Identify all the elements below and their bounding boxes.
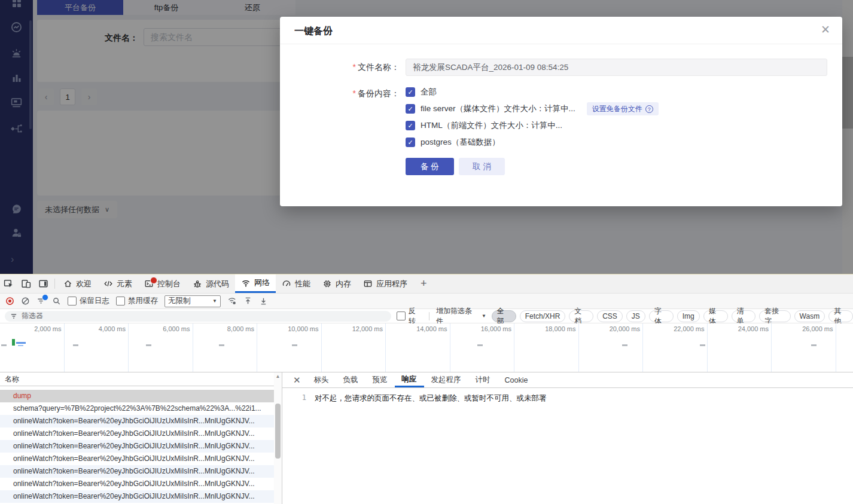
dock-side-icon[interactable] xyxy=(35,274,52,293)
filter-chip[interactable]: Fetch/XHR xyxy=(520,310,566,322)
filter-chip[interactable]: 套接字 xyxy=(759,310,790,322)
throttling-select[interactable]: 无限制 ▼ xyxy=(164,295,221,307)
filter-chip[interactable]: 媒体 xyxy=(703,310,728,322)
funnel-icon xyxy=(10,313,17,320)
checkbox-checked[interactable]: ✓ xyxy=(406,138,415,147)
timeline-cell: 18,000 ms xyxy=(514,323,579,372)
invert-checkbox[interactable] xyxy=(397,311,406,320)
close-icon[interactable]: ✕ xyxy=(287,372,307,387)
request-row[interactable]: onlineWatch?token=Bearer%20eyJhbGciOiJIU… xyxy=(0,490,274,503)
filter-chip[interactable]: 其他 xyxy=(828,310,853,322)
inspect-element-icon[interactable] xyxy=(0,274,17,293)
timeline-cell: 24,000 ms xyxy=(708,323,772,372)
filter-chip[interactable]: Wasm xyxy=(794,310,825,322)
timeline-tick-label: 24,000 ms xyxy=(738,325,769,332)
search-icon[interactable] xyxy=(52,297,61,306)
network-conditions-icon[interactable] xyxy=(227,297,237,306)
file-name-input[interactable]: 裕龙发展SCADA平台_2026-01-09 08:54:25 xyxy=(406,59,827,76)
request-row[interactable]: dump xyxy=(0,390,274,402)
dialog-divider xyxy=(280,44,842,44)
devtools-tab-sources[interactable]: 源代码 xyxy=(187,274,235,293)
device-toolbar-icon[interactable] xyxy=(17,274,35,293)
checkbox-checked[interactable]: ✓ xyxy=(406,121,415,130)
timeline-tick-label: 10,000 ms xyxy=(288,325,318,332)
filter-icon[interactable] xyxy=(36,297,45,306)
details-tab[interactable]: 预览 xyxy=(365,372,395,387)
request-row[interactable]: onlineWatch?token=Bearer%20eyJhbGciOiJIU… xyxy=(0,478,274,490)
record-icon[interactable] xyxy=(5,297,14,306)
devtools-tab-application[interactable]: 应用程序 xyxy=(357,274,413,293)
one-click-backup-dialog: 一键备份 ✕ *文件名称： 裕龙发展SCADA平台_2026-01-09 08:… xyxy=(280,17,842,206)
filter-divider xyxy=(429,312,429,320)
timeline-overview[interactable]: 2,000 ms4,000 ms6,000 ms8,000 ms10,000 m… xyxy=(0,323,853,372)
preserve-log-option[interactable]: 保留日志 xyxy=(68,296,109,306)
tab-label: 元素 xyxy=(117,279,132,289)
close-icon[interactable]: ✕ xyxy=(821,24,830,36)
code-icon xyxy=(103,279,113,288)
devtools-tab-performance[interactable]: 性能 xyxy=(276,274,316,293)
filter-chip[interactable]: 全部 xyxy=(492,310,516,322)
request-row[interactable]: onlineWatch?token=Bearer%20eyJhbGciOiJIU… xyxy=(0,415,274,427)
filter-chip[interactable]: JS xyxy=(626,310,645,322)
scrollbar-thumb[interactable] xyxy=(275,404,281,459)
request-row[interactable]: onlineWatch?token=Bearer%20eyJhbGciOiJIU… xyxy=(0,453,274,465)
details-tab[interactable]: 发起程序 xyxy=(424,372,468,387)
filter-chip[interactable]: 清单 xyxy=(732,310,756,322)
backup-button[interactable]: 备 份 xyxy=(406,158,454,175)
devtools-tab-elements[interactable]: 元素 xyxy=(98,274,138,293)
devtools-tab-welcome[interactable]: 欢迎 xyxy=(57,274,98,293)
request-row[interactable]: onlineWatch?token=Bearer%20eyJhbGciOiJIU… xyxy=(0,465,274,478)
cancel-button[interactable]: 取 消 xyxy=(459,158,505,175)
devtools-tab-network[interactable]: 网络 xyxy=(235,274,276,293)
request-row[interactable]: schema?query=%7B%22project%22%3A%7B%22sc… xyxy=(0,402,274,415)
preserve-log-checkbox[interactable] xyxy=(68,297,77,306)
option-postgres: ✓ postgres（基础数据） xyxy=(406,134,659,151)
details-tab[interactable]: Cookie xyxy=(498,372,535,387)
set-exempt-files-button[interactable]: 设置免备份文件 ? xyxy=(587,102,659,115)
disable-cache-option[interactable]: 禁用缓存 xyxy=(116,296,158,306)
help-icon[interactable]: ? xyxy=(645,105,653,113)
checkbox-checked[interactable]: ✓ xyxy=(406,104,415,114)
filter-chip[interactable]: Img xyxy=(677,310,700,322)
wifi-icon xyxy=(241,279,251,288)
filter-chip[interactable]: 字体 xyxy=(649,310,674,322)
disable-cache-checkbox[interactable] xyxy=(116,297,125,306)
filter-chip[interactable]: 文档 xyxy=(569,310,593,322)
request-row[interactable]: onlineWatch?token=Bearer%20eyJhbGciOiJIU… xyxy=(0,427,274,440)
scroll-up-icon[interactable]: ▲ xyxy=(274,374,282,379)
details-tab[interactable]: 计时 xyxy=(468,372,498,387)
preserve-log-label: 保留日志 xyxy=(80,296,109,306)
chevron-down-icon: ▼ xyxy=(212,298,217,304)
tab-label: 控制台 xyxy=(157,279,181,289)
timeline-tick-label: 2,000 ms xyxy=(34,325,61,332)
tab-label: 源代码 xyxy=(206,279,229,289)
filter-chip[interactable]: CSS xyxy=(597,310,623,322)
request-row[interactable]: onlineWatch?token=Bearer%20eyJhbGciOiJIU… xyxy=(0,440,274,453)
chip-icon xyxy=(322,279,332,288)
request-list: 名称 dumpschema?query=%7B%22project%22%3A%… xyxy=(0,372,274,504)
response-text: 对不起，您请求的页面不存在、或已被删除、或暂时不可用、或未部署 xyxy=(315,393,547,404)
type-filter-chips: 全部Fetch/XHR文档CSSJS字体Img媒体清单套接字Wasm其他 xyxy=(492,310,853,322)
timeline-cell: 26,000 ms xyxy=(772,323,836,372)
request-list-header[interactable]: 名称 xyxy=(0,372,274,386)
details-tab[interactable]: 负载 xyxy=(336,372,365,387)
toolbar-divider xyxy=(54,279,55,289)
disable-cache-label: 禁用缓存 xyxy=(128,296,158,306)
devtools-tab-console[interactable]: 控制台 xyxy=(138,274,187,293)
clear-icon[interactable] xyxy=(21,297,30,306)
option-html: ✓ HTML（前端文件）文件大小：计算中... xyxy=(406,117,659,134)
option-file-server: ✓ file server（媒体文件）文件大小：计算中... 设置免备份文件 ? xyxy=(406,100,659,117)
details-tab[interactable]: 响应 xyxy=(395,372,424,387)
devtools-tab-memory[interactable]: 内存 xyxy=(316,274,357,293)
export-har-icon[interactable] xyxy=(259,297,268,306)
timeline-cell: 12,000 ms xyxy=(322,323,386,372)
devtools-tabbar: 欢迎 元素 控制台 源代码 网络 性能 内存 xyxy=(0,274,853,294)
bug-icon xyxy=(193,279,202,288)
checkbox-checked[interactable]: ✓ xyxy=(406,87,415,97)
more-tabs-button[interactable]: + xyxy=(413,274,434,293)
details-tab[interactable]: 标头 xyxy=(307,372,336,387)
import-har-icon[interactable] xyxy=(243,297,252,306)
filter-input[interactable]: 筛选器 xyxy=(5,311,391,322)
request-list-scrollbar[interactable]: ▲ xyxy=(274,372,282,504)
console-icon xyxy=(144,279,154,288)
